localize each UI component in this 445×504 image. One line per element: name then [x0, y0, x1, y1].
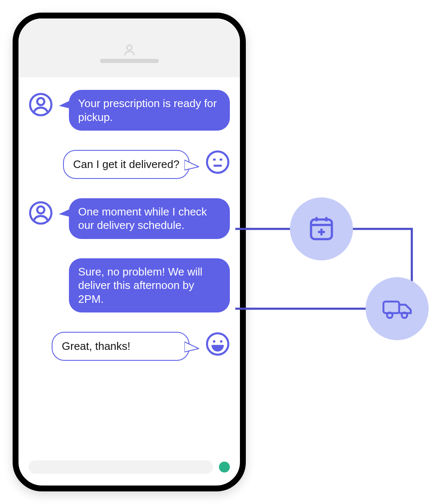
- svg-point-11: [220, 340, 223, 343]
- happy-face-icon: [205, 332, 230, 356]
- svg-point-20: [387, 312, 392, 318]
- integration-diagram: [235, 197, 437, 365]
- svg-point-0: [127, 45, 132, 50]
- delivery-truck-icon: [380, 291, 414, 326]
- send-button[interactable]: [219, 462, 230, 472]
- message-row: Your prescription is ready for pickup.: [29, 90, 230, 131]
- schedule-node: [290, 197, 353, 260]
- delivery-node: [366, 277, 429, 340]
- message-text: Great, thanks!: [62, 340, 130, 352]
- agent-avatar-icon: [29, 92, 53, 117]
- message-bubble: Your prescription is ready for pickup.: [69, 90, 230, 131]
- chat-header: [18, 18, 240, 77]
- chat-input-area: [29, 460, 230, 474]
- message-row: One moment while I check our delivery sc…: [29, 198, 230, 239]
- message-row: Can I get it delivered?: [29, 150, 230, 179]
- message-bubble: One moment while I check our delivery sc…: [69, 198, 230, 239]
- header-placeholder-bar: [100, 59, 159, 63]
- message-text: Your prescription is ready for pickup.: [78, 97, 217, 123]
- message-text: Sure, no problem! We will deliver this a…: [78, 265, 203, 305]
- phone-screen: Your prescription is ready for pickup. C…: [18, 18, 240, 486]
- svg-point-10: [213, 340, 216, 343]
- user-icon: [122, 43, 137, 59]
- svg-rect-19: [384, 302, 400, 313]
- message-text: One moment while I check our delivery sc…: [78, 205, 207, 232]
- message-bubble: Can I get it delivered?: [63, 150, 190, 179]
- svg-point-2: [37, 98, 45, 105]
- svg-point-3: [207, 152, 229, 173]
- chat-input[interactable]: [29, 460, 213, 474]
- chat-thread: Your prescription is ready for pickup. C…: [29, 90, 230, 448]
- phone-frame: Your prescription is ready for pickup. C…: [13, 13, 246, 491]
- message-text: Can I get it delivered?: [73, 158, 179, 171]
- calendar-plus-icon: [307, 213, 336, 244]
- message-bubble: Great, thanks!: [52, 332, 190, 361]
- message-bubble: Sure, no problem! We will deliver this a…: [69, 258, 230, 313]
- message-row: Great, thanks!: [29, 332, 230, 361]
- message-row: Sure, no problem! We will deliver this a…: [29, 258, 230, 313]
- neutral-face-icon: [205, 150, 230, 174]
- svg-point-21: [402, 312, 407, 318]
- svg-point-8: [37, 206, 45, 213]
- agent-avatar-icon: [29, 201, 53, 225]
